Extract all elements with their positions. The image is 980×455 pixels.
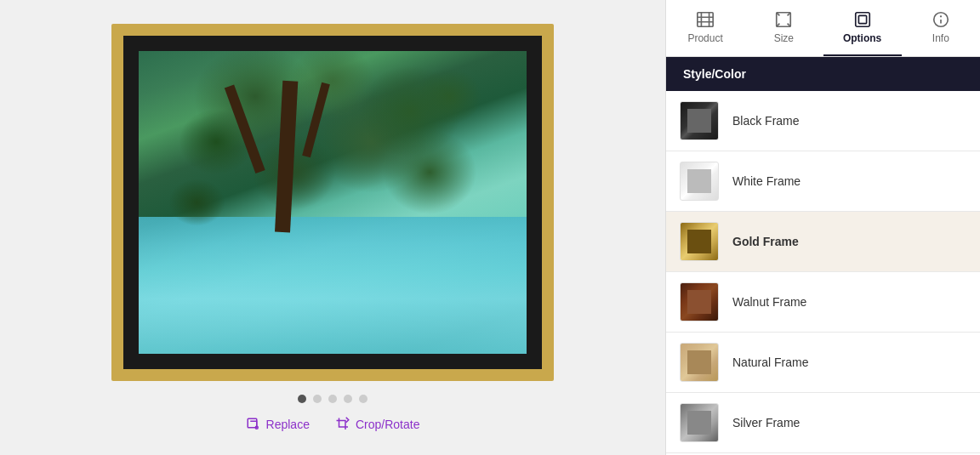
replace-button[interactable]: Replace: [246, 417, 310, 432]
frame-inner: [123, 36, 542, 369]
left-panel: Replace Crop/Rotate: [0, 0, 665, 455]
frame-thumb-walnut: [680, 282, 719, 321]
svg-rect-5: [858, 15, 866, 23]
frame-outer: [111, 24, 554, 381]
dots-pagination: [298, 395, 368, 403]
options-icon: [853, 10, 872, 29]
replace-icon: [246, 417, 261, 432]
frame-label-natural: Natural Frame: [732, 355, 808, 369]
tab-info-label: Info: [932, 32, 949, 44]
frame-thumb-black: [680, 101, 719, 140]
frame-label-gold: Gold Frame: [732, 235, 799, 248]
tab-size[interactable]: Size: [744, 0, 823, 56]
tab-product[interactable]: Product: [666, 0, 744, 56]
dot-3[interactable]: [328, 395, 337, 403]
frame-item-walnut[interactable]: Walnut Frame: [666, 272, 980, 333]
frame-item-white[interactable]: White Frame: [666, 151, 980, 212]
svg-rect-4: [855, 13, 869, 27]
dot-1[interactable]: [298, 395, 306, 403]
dot-5[interactable]: [359, 395, 368, 403]
frame-thumb-white: [680, 162, 719, 201]
tab-options[interactable]: Options: [823, 0, 902, 56]
frame-label-silver: Silver Frame: [732, 416, 800, 429]
bottom-toolbar: Replace Crop/Rotate: [246, 417, 420, 432]
crop-icon: [335, 417, 350, 432]
tab-bar: Product Size Options Info: [666, 0, 980, 57]
tab-product-label: Product: [687, 32, 722, 44]
canvas-container: [111, 24, 554, 381]
frame-list: Black Frame White Frame Gold Frame Walnu…: [666, 91, 980, 455]
frame-label-white: White Frame: [732, 174, 801, 188]
dot-2[interactable]: [313, 395, 322, 403]
replace-label: Replace: [266, 418, 310, 431]
frame-label-black: Black Frame: [732, 114, 800, 128]
frame-thumb-natural: [680, 343, 719, 382]
crop-rotate-button[interactable]: Crop/Rotate: [335, 417, 419, 432]
section-header: Style/Color: [666, 57, 980, 91]
svg-rect-2: [698, 13, 713, 27]
frame-item-silver[interactable]: Silver Frame: [666, 393, 980, 453]
dot-4[interactable]: [344, 395, 352, 403]
frame-item-gold[interactable]: Gold Frame: [666, 212, 980, 272]
frame-thumb-silver: [680, 403, 719, 442]
options-content: Style/Color Black Frame White Frame Gold…: [666, 57, 980, 455]
canvas-image: [139, 51, 527, 354]
frame-thumb-gold: [680, 222, 719, 261]
frame-label-walnut: Walnut Frame: [732, 295, 806, 309]
frame-item-black[interactable]: Black Frame: [666, 91, 980, 151]
tab-size-label: Size: [774, 32, 794, 44]
tree-overlay: [139, 51, 527, 354]
info-icon: [932, 10, 950, 29]
crop-label: Crop/Rotate: [356, 418, 419, 431]
product-icon: [696, 10, 715, 29]
size-icon: [774, 10, 793, 29]
right-panel: Product Size Options Info: [665, 0, 980, 455]
tab-info[interactable]: Info: [902, 0, 980, 56]
frame-item-natural[interactable]: Natural Frame: [666, 333, 980, 393]
tab-options-label: Options: [843, 32, 881, 44]
